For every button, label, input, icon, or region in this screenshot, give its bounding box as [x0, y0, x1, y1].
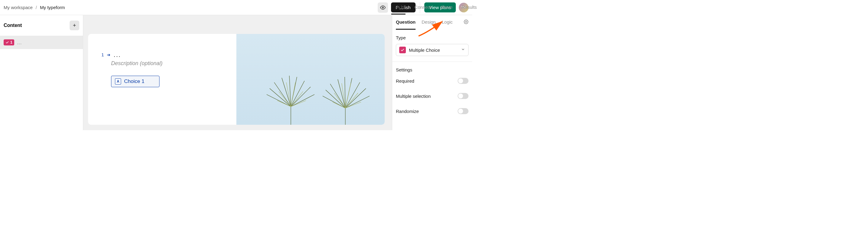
question-number: 1: [10, 40, 12, 44]
settings-section: Settings Required Multiple selection Ran…: [392, 62, 472, 120]
preview-button[interactable]: [378, 2, 388, 13]
svg-point-0: [382, 7, 383, 8]
question-list-item[interactable]: 1 ...: [0, 36, 83, 49]
palm-tree-image: [260, 73, 321, 125]
chevron-down-icon: [461, 47, 465, 53]
question-card: 1 ➔ ... Description (optional) A Choice …: [88, 34, 385, 125]
choice-option[interactable]: A Choice 1: [111, 76, 159, 87]
setting-row-multiple-selection: Multiple selection: [396, 93, 468, 99]
tab-connect[interactable]: Connect: [414, 1, 431, 14]
eye-icon: [380, 5, 385, 10]
type-section: Type Multiple Choice: [392, 30, 472, 62]
svg-line-12: [279, 91, 291, 107]
add-question-button[interactable]: +: [70, 21, 79, 30]
breadcrumb: My workspace / My typeform: [4, 5, 65, 10]
type-selected-name: Multiple Choice: [409, 48, 458, 53]
tab-results[interactable]: Results: [462, 1, 472, 14]
type-section-label: Type: [396, 35, 468, 40]
setting-label: Multiple selection: [396, 94, 431, 99]
setting-row-randomize: Randomize: [396, 108, 468, 114]
breadcrumb-current[interactable]: My typeform: [40, 5, 65, 10]
svg-line-21: [338, 79, 345, 108]
arrow-right-icon: ➔: [107, 52, 111, 57]
palm-tree-image: [315, 73, 376, 125]
choice-key-badge: A: [115, 79, 121, 85]
check-icon: [5, 40, 9, 44]
question-editor: 1 ➔ ... Description (optional) A Choice …: [88, 34, 236, 125]
settings-list: Required Multiple selection Randomize: [396, 76, 468, 114]
question-title-input[interactable]: ...: [114, 53, 121, 56]
question-description-input[interactable]: Description (optional): [111, 60, 230, 67]
sidebar-left: Content + 1 ...: [0, 15, 83, 130]
setting-row-required: Required: [396, 78, 468, 84]
tab-question[interactable]: Question: [396, 19, 415, 30]
type-icon-badge: [399, 47, 406, 53]
choice-label-input[interactable]: Choice 1: [124, 79, 144, 85]
svg-line-28: [334, 93, 345, 108]
check-icon: [400, 48, 405, 52]
svg-line-24: [345, 82, 360, 108]
settings-section-label: Settings: [396, 67, 468, 72]
svg-line-25: [345, 88, 366, 108]
main-layout: Content + 1 ... 1 ➔ ...: [0, 15, 472, 130]
svg-line-8: [291, 81, 305, 107]
toggle-required[interactable]: [458, 78, 468, 84]
toggle-multiple-selection[interactable]: [458, 93, 468, 99]
question-type-select[interactable]: Multiple Choice: [396, 44, 468, 56]
svg-point-33: [465, 21, 467, 22]
svg-line-26: [345, 96, 370, 108]
choices-list: A Choice 1: [111, 76, 230, 87]
content-header: Content +: [0, 15, 83, 36]
top-bar: My workspace / My typeform Create Connec…: [0, 0, 472, 15]
setting-label: Randomize: [396, 109, 419, 114]
question-image-panel[interactable]: [236, 34, 385, 125]
top-tabs: Create Connect Share Results: [391, 1, 472, 14]
tab-logic[interactable]: Logic: [442, 19, 453, 30]
question-number-row: 1 ➔ ...: [101, 52, 230, 57]
breadcrumb-workspace[interactable]: My workspace: [4, 5, 33, 10]
breadcrumb-separator: /: [36, 5, 37, 10]
question-type-badge: 1: [4, 39, 14, 46]
settings-gear-button[interactable]: [464, 19, 468, 30]
sidebar-right: Question Design Logic Type Multiple Choi…: [392, 15, 472, 130]
right-panel-tabs: Question Design Logic: [392, 15, 472, 30]
editor-canvas: 1 ➔ ... Description (optional) A Choice …: [83, 15, 392, 130]
content-title: Content: [4, 23, 22, 28]
toggle-randomize[interactable]: [458, 108, 468, 114]
svg-line-10: [291, 94, 314, 107]
tab-share[interactable]: Share: [440, 1, 453, 14]
setting-label: Required: [396, 79, 414, 84]
tab-design[interactable]: Design: [422, 19, 436, 30]
tab-create[interactable]: Create: [391, 1, 406, 14]
plus-icon: +: [73, 22, 76, 29]
question-number-indicator: 1: [101, 52, 104, 57]
question-preview-text: ...: [17, 40, 22, 45]
gear-icon: [464, 19, 468, 24]
svg-line-32: [345, 83, 351, 108]
question-list: 1 ...: [0, 36, 83, 49]
